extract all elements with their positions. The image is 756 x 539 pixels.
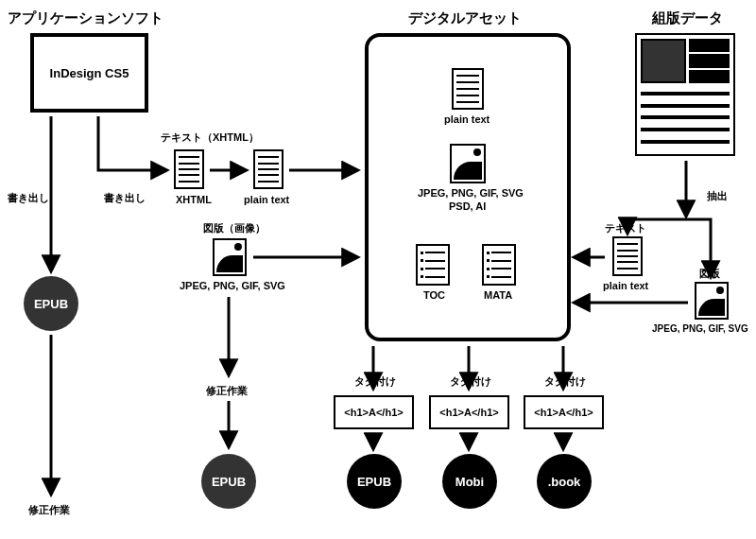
circle-out-mobi: Mobi bbox=[442, 454, 497, 509]
circle-out-book: .book bbox=[537, 454, 592, 509]
circle-out-book-label: .book bbox=[548, 475, 581, 489]
tagbox-2: <h1>A</h1> bbox=[429, 395, 509, 429]
label-extract: 抽出 bbox=[707, 189, 728, 203]
xhtml-doc-icon bbox=[174, 149, 204, 189]
image-icon-mid bbox=[213, 238, 247, 276]
tagbox-3: <h1>A</h1> bbox=[524, 395, 604, 429]
label-text-xhtml: テキスト（XHTML） bbox=[161, 130, 259, 145]
label-fixwork-left: 修正作業 bbox=[28, 503, 70, 517]
label-tag3: タグ付け bbox=[544, 374, 586, 389]
image-icon-right bbox=[695, 282, 729, 320]
heading-app-soft: アプリケーションソフト bbox=[8, 9, 163, 27]
typeset-doc-box bbox=[635, 33, 735, 156]
label-image-title: 図版（画像） bbox=[203, 221, 266, 235]
asset-image-icon bbox=[450, 144, 486, 183]
caption-plaintext-right: plain text bbox=[603, 280, 648, 291]
caption-plaintext-mid: plain text bbox=[244, 194, 289, 205]
heading-typeset-data: 組版データ bbox=[652, 9, 723, 27]
asset-plaintext-icon bbox=[452, 68, 484, 110]
indesign-label: InDesign CS5 bbox=[50, 66, 129, 80]
label-text-right: テキスト bbox=[605, 221, 646, 235]
circle-out-mobi-label: Mobi bbox=[455, 475, 484, 489]
toc-icon bbox=[416, 244, 450, 286]
plaintext-doc-icon bbox=[253, 149, 284, 189]
label-tag1: タグ付け bbox=[354, 374, 396, 389]
indesign-box: InDesign CS5 bbox=[30, 33, 148, 113]
caption-jpeg-right: JPEG, PNG, GIF, SVG bbox=[652, 323, 748, 334]
caption-jpeg-mid: JPEG, PNG, GIF, SVG bbox=[180, 280, 285, 291]
label-export-left: 書き出し bbox=[8, 191, 49, 205]
caption-mata: MATA bbox=[484, 289, 512, 301]
circle-epub-mid: EPUB bbox=[201, 454, 256, 509]
label-export-mid: 書き出し bbox=[104, 191, 146, 205]
label-tag2: タグ付け bbox=[450, 374, 491, 389]
caption-jpeg-center1: JPEG, PNG, GIF, SVG bbox=[418, 187, 522, 199]
caption-toc: TOC bbox=[423, 289, 445, 301]
mata-icon bbox=[482, 244, 516, 286]
plaintext-right-icon bbox=[612, 236, 643, 276]
caption-xhtml: XHTML bbox=[176, 194, 212, 205]
tagbox-1: <h1>A</h1> bbox=[334, 395, 414, 429]
circle-out-epub: EPUB bbox=[347, 454, 402, 509]
circle-epub-left-label: EPUB bbox=[34, 297, 68, 311]
circle-epub-left: EPUB bbox=[24, 276, 78, 331]
caption-plaintext-center: plain text bbox=[444, 113, 490, 125]
label-fixwork-mid: 修正作業 bbox=[206, 384, 248, 398]
label-img-right: 図版 bbox=[699, 267, 720, 281]
caption-jpeg-center2: PSD, AI bbox=[449, 200, 486, 212]
circle-out-epub-label: EPUB bbox=[357, 475, 391, 489]
circle-epub-mid-label: EPUB bbox=[212, 475, 246, 489]
heading-digital-asset: デジタルアセット bbox=[408, 9, 522, 27]
